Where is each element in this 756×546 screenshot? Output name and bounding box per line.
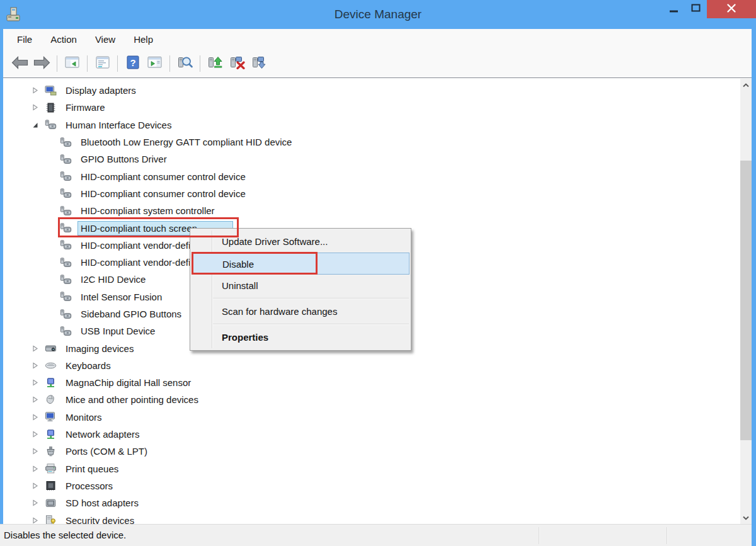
expander-collapsed-icon[interactable]	[32, 414, 45, 421]
statusbar: Disables the selected device.	[0, 524, 752, 546]
forward-arrow-icon	[33, 56, 50, 72]
tree-item[interactable]: SD host adapters	[3, 494, 740, 511]
sd-host-icon	[45, 498, 57, 508]
toolbar-scan-hardware-changes-button[interactable]	[176, 54, 194, 73]
hid-icon	[60, 326, 72, 336]
expander-collapsed-icon[interactable]	[32, 345, 45, 352]
help-icon: ?	[127, 55, 139, 72]
scroll-down-icon[interactable]	[740, 513, 752, 523]
hid-icon	[60, 258, 72, 268]
hid-icon	[60, 137, 72, 147]
tree-item-label: Bluetooth Low Energy GATT compliant HID …	[77, 135, 295, 149]
toolbar-separator	[200, 55, 200, 72]
tree-item[interactable]: Monitors	[3, 409, 740, 426]
toolbar-forward-arrow-button[interactable]	[33, 54, 51, 73]
annotation-box-disable-option	[192, 252, 318, 275]
monitor-icon	[45, 412, 57, 422]
firmware-icon	[45, 103, 57, 113]
maximize-icon	[691, 4, 701, 15]
toolbar-disable-device-button[interactable]	[250, 54, 268, 73]
action-pane-toggle-icon	[147, 56, 163, 71]
tree-item[interactable]: Security devices	[3, 511, 740, 525]
tree-item-label: Mice and other pointing devices	[62, 392, 202, 407]
tree-item[interactable]: Keyboards	[3, 357, 740, 374]
menubar-item-file[interactable]: File	[17, 34, 32, 45]
device-manager-window: Device Manager FileActionViewHelp ? Disp…	[0, 0, 756, 546]
tree-item-label: HID-compliant consumer control device	[77, 186, 249, 201]
toolbar-uninstall-device-button[interactable]	[228, 54, 246, 73]
tree-item[interactable]: Print queues	[3, 460, 740, 477]
tree-item[interactable]: Firmware	[3, 99, 740, 116]
toolbar-console-tree-toggle-button[interactable]	[63, 54, 81, 73]
tree-item[interactable]: Human Interface Devices	[3, 117, 740, 134]
disable-device-icon	[251, 55, 267, 72]
toolbar-separator	[169, 55, 170, 72]
tree-item[interactable]: Network adapters	[3, 426, 740, 443]
context-menu-item-scan-for-hardware-changes[interactable]: Scan for hardware changes	[190, 300, 411, 322]
tree-item-label: MagnaChip digital Hall sensor	[62, 375, 194, 390]
tree-item-label: Monitors	[62, 410, 105, 424]
expander-expanded-icon[interactable]	[32, 122, 45, 128]
tree-item-label: USB Input Device	[77, 324, 158, 338]
toolbar-separator	[117, 55, 118, 72]
status-text: Disables the selected device.	[4, 530, 126, 540]
printer-icon	[45, 464, 57, 474]
tree-item-label: Network adapters	[62, 427, 143, 441]
tree-item[interactable]: GPIO Buttons Driver	[3, 151, 740, 168]
toolbar: ?	[3, 50, 752, 77]
toolbar-back-arrow-button[interactable]	[11, 54, 29, 73]
expander-collapsed-icon[interactable]	[32, 431, 45, 438]
imaging-icon	[45, 343, 57, 353]
vertical-scrollbar[interactable]	[740, 79, 752, 525]
expander-collapsed-icon[interactable]	[32, 396, 45, 403]
tree-item-label: Ports (COM & LPT)	[62, 444, 151, 458]
tree-item[interactable]: Processors	[3, 477, 740, 494]
tree-item[interactable]: Ports (COM & LPT)	[3, 443, 740, 460]
tree-item[interactable]: Mice and other pointing devices	[3, 391, 740, 408]
toolbar-update-driver-button[interactable]	[206, 54, 224, 73]
minimize-button[interactable]	[663, 0, 685, 18]
console-tree-toggle-icon	[65, 56, 80, 71]
expander-collapsed-icon[interactable]	[32, 362, 45, 369]
tree-item[interactable]: MagnaChip digital Hall sensor	[3, 374, 740, 391]
hid-icon	[60, 275, 72, 285]
caption-buttons	[663, 0, 756, 18]
tree-item-label: Firmware	[62, 100, 108, 115]
context-menu-separator	[213, 298, 409, 299]
scroll-up-icon[interactable]	[740, 80, 752, 91]
tree-item[interactable]: Bluetooth Low Energy GATT compliant HID …	[3, 134, 740, 151]
context-menu-item-uninstall[interactable]: Uninstall	[190, 275, 411, 297]
tree-item-label: Imaging devices	[62, 341, 137, 356]
tree-item-label: HID-compliant system controller	[77, 203, 218, 218]
expander-collapsed-icon[interactable]	[32, 104, 45, 111]
expander-collapsed-icon[interactable]	[32, 379, 45, 386]
scrollbar-thumb[interactable]	[740, 161, 752, 440]
maximize-button[interactable]	[685, 0, 707, 18]
hid-icon	[60, 171, 72, 181]
close-button[interactable]	[707, 0, 756, 18]
tree-item[interactable]: HID-compliant consumer control device	[3, 185, 740, 202]
hid-icon	[60, 240, 72, 250]
menubar-item-help[interactable]: Help	[134, 34, 153, 45]
statusbar-divider	[539, 527, 540, 544]
toolbar-separator	[57, 55, 57, 72]
hid-icon	[60, 206, 72, 216]
toolbar-properties-window-button[interactable]	[93, 54, 112, 73]
toolbar-action-pane-toggle-button[interactable]	[146, 54, 164, 73]
toolbar-help-button[interactable]: ?	[123, 54, 142, 73]
annotation-box-selected-device	[58, 217, 239, 237]
expander-collapsed-icon[interactable]	[32, 465, 45, 472]
expander-collapsed-icon[interactable]	[32, 448, 45, 455]
statusbar-divider	[667, 527, 668, 544]
tree-item-label: I2C HID Device	[77, 272, 149, 287]
expander-collapsed-icon[interactable]	[32, 499, 45, 506]
context-menu-item-properties[interactable]: Properties	[190, 326, 411, 348]
expander-collapsed-icon[interactable]	[32, 482, 45, 489]
tree-item-label: Processors	[62, 479, 116, 493]
menubar-item-view[interactable]: View	[95, 34, 115, 45]
expander-collapsed-icon[interactable]	[32, 517, 45, 524]
menubar-item-action[interactable]: Action	[50, 34, 77, 45]
tree-item[interactable]: Display adapters	[3, 82, 740, 99]
tree-item[interactable]: HID-compliant consumer control device	[3, 168, 740, 185]
expander-collapsed-icon[interactable]	[32, 87, 45, 94]
